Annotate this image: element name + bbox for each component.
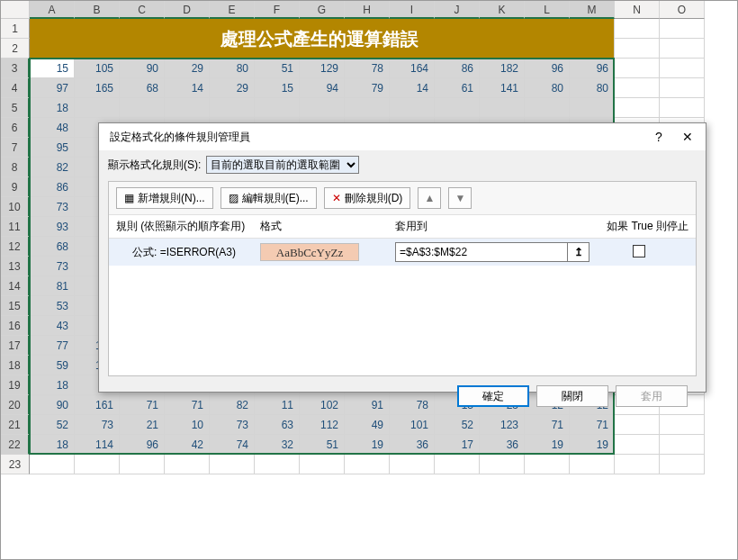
- cell[interactable]: [525, 98, 570, 118]
- row-header[interactable]: 9: [1, 177, 30, 197]
- cell[interactable]: 141: [480, 78, 525, 98]
- select-all-corner[interactable]: [1, 1, 30, 19]
- cell[interactable]: [615, 78, 660, 98]
- cell[interactable]: [300, 98, 345, 118]
- cell[interactable]: 10: [165, 415, 210, 435]
- dialog-titlebar[interactable]: 設定格式化的條件規則管理員 ? ✕: [99, 123, 706, 150]
- row-header[interactable]: 23: [1, 455, 30, 474]
- move-up-button[interactable]: ▲: [418, 187, 441, 209]
- cell[interactable]: [390, 98, 435, 118]
- row-header[interactable]: 3: [1, 59, 30, 78]
- cell[interactable]: 95: [30, 138, 75, 158]
- column-header[interactable]: C: [120, 1, 165, 19]
- cell[interactable]: 61: [435, 78, 480, 98]
- cell[interactable]: 80: [570, 78, 615, 98]
- range-picker-icon[interactable]: ↥: [568, 242, 590, 262]
- cell[interactable]: 93: [30, 217, 75, 237]
- row-header[interactable]: 15: [1, 296, 30, 316]
- move-down-button[interactable]: ▼: [448, 187, 472, 209]
- column-header[interactable]: J: [435, 1, 480, 19]
- cell[interactable]: 29: [210, 78, 255, 98]
- cell[interactable]: 14: [390, 78, 435, 98]
- column-header[interactable]: I: [390, 1, 435, 19]
- cell[interactable]: [210, 455, 255, 474]
- cell[interactable]: [165, 98, 210, 118]
- cell[interactable]: 19: [570, 435, 615, 455]
- column-header[interactable]: H: [345, 1, 390, 19]
- cell[interactable]: 86: [435, 59, 480, 78]
- cell[interactable]: [210, 98, 255, 118]
- row-header[interactable]: 6: [1, 118, 30, 138]
- cell[interactable]: [570, 98, 615, 118]
- stop-if-true-checkbox[interactable]: [633, 245, 645, 257]
- cell[interactable]: 14: [165, 78, 210, 98]
- cell[interactable]: 105: [75, 59, 120, 78]
- cell[interactable]: 114: [75, 435, 120, 455]
- row-header[interactable]: 19: [1, 375, 30, 395]
- cell[interactable]: [660, 19, 705, 39]
- cell[interactable]: 96: [120, 435, 165, 455]
- column-header[interactable]: L: [525, 1, 570, 19]
- cell[interactable]: 18: [30, 375, 75, 395]
- cell[interactable]: [435, 455, 480, 474]
- cell[interactable]: 94: [300, 78, 345, 98]
- cell[interactable]: 74: [210, 435, 255, 455]
- cell[interactable]: [345, 98, 390, 118]
- cell[interactable]: [615, 415, 660, 435]
- row-header[interactable]: 4: [1, 78, 30, 98]
- row-header[interactable]: 18: [1, 356, 30, 375]
- row-header[interactable]: 21: [1, 415, 30, 435]
- cell[interactable]: 78: [345, 59, 390, 78]
- column-header[interactable]: G: [300, 1, 345, 19]
- delete-rule-button[interactable]: ✕刪除規則(D): [324, 187, 411, 209]
- cell[interactable]: [570, 455, 615, 474]
- cell[interactable]: 52: [30, 415, 75, 435]
- cell[interactable]: 18: [30, 435, 75, 455]
- cell[interactable]: 71: [525, 415, 570, 435]
- row-header[interactable]: 13: [1, 257, 30, 276]
- cell[interactable]: 182: [480, 59, 525, 78]
- column-header[interactable]: F: [255, 1, 300, 19]
- cell[interactable]: [255, 455, 300, 474]
- row-header[interactable]: 17: [1, 336, 30, 356]
- cell[interactable]: 77: [30, 336, 75, 356]
- cell[interactable]: 73: [30, 257, 75, 276]
- cell[interactable]: 15: [30, 59, 75, 78]
- cell[interactable]: [615, 435, 660, 455]
- cell[interactable]: [390, 455, 435, 474]
- cell[interactable]: [660, 78, 705, 98]
- cell[interactable]: 68: [30, 237, 75, 257]
- cell[interactable]: 68: [120, 78, 165, 98]
- cell[interactable]: [525, 455, 570, 474]
- cell[interactable]: [660, 415, 705, 435]
- cell[interactable]: 165: [75, 78, 120, 98]
- cell[interactable]: 90: [120, 59, 165, 78]
- cell[interactable]: 49: [345, 415, 390, 435]
- cell[interactable]: 71: [570, 415, 615, 435]
- cell[interactable]: 43: [30, 316, 75, 336]
- cell[interactable]: 59: [30, 356, 75, 375]
- cell[interactable]: [660, 59, 705, 78]
- row-header[interactable]: 14: [1, 276, 30, 296]
- cell[interactable]: [615, 98, 660, 118]
- cell[interactable]: [75, 98, 120, 118]
- close-button[interactable]: 關閉: [536, 385, 608, 407]
- cell[interactable]: [30, 455, 75, 474]
- cell[interactable]: 80: [525, 78, 570, 98]
- cell[interactable]: [435, 98, 480, 118]
- column-header[interactable]: E: [210, 1, 255, 19]
- cell[interactable]: 90: [30, 395, 75, 415]
- cell[interactable]: 80: [210, 59, 255, 78]
- cell[interactable]: 36: [480, 435, 525, 455]
- cell[interactable]: 73: [75, 415, 120, 435]
- row-header[interactable]: 12: [1, 237, 30, 257]
- cell[interactable]: 42: [165, 435, 210, 455]
- cell[interactable]: 32: [255, 435, 300, 455]
- row-header[interactable]: 16: [1, 316, 30, 336]
- close-icon[interactable]: ✕: [677, 130, 698, 144]
- rule-applies-to-input[interactable]: [395, 242, 568, 262]
- new-rule-button[interactable]: ▦新增規則(N)...: [116, 187, 213, 209]
- cell[interactable]: 101: [390, 415, 435, 435]
- cell[interactable]: 19: [525, 435, 570, 455]
- column-header[interactable]: N: [615, 1, 660, 19]
